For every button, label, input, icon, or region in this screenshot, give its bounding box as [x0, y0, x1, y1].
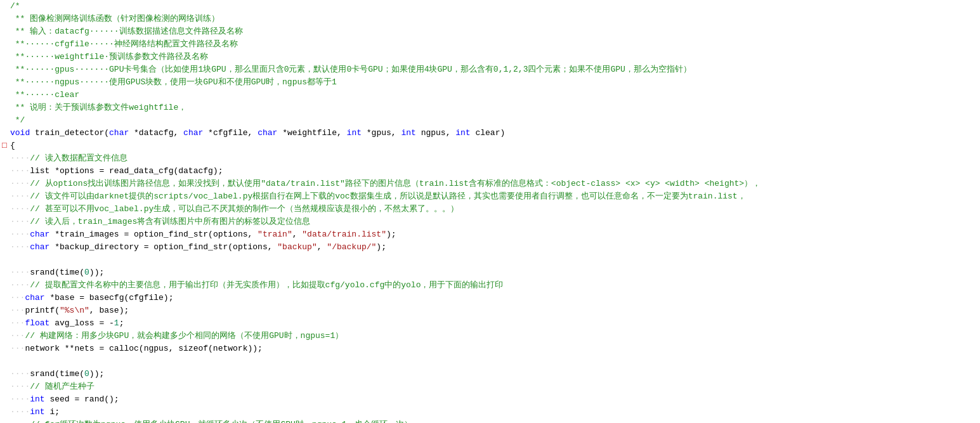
line-content: ····char *train_images = option_find_str… — [9, 228, 980, 241]
line-marker-breakpoint: □ — [0, 140, 9, 152]
code-editor: /* ** 图像检测网络训练函数（针对图像检测的网络训练） ** 输入：data… — [0, 0, 980, 423]
line-content: ···network **nets = calloc(ngpus, sizeof… — [9, 342, 980, 355]
line-content: void train_detector(char *datacfg, char … — [9, 127, 980, 140]
code-line: ····int i; — [0, 406, 980, 419]
code-line: ····// 随机产生种子 — [0, 381, 980, 393]
line-content: ····// 从options找出训练图片路径信息，如果没找到，默认使用"dat… — [9, 178, 980, 190]
line-content: ** 说明：关于预训练参数文件weightfile， — [9, 101, 980, 114]
line-content: **······ngpus······使用GPUS块数，使用一块GPU和不使用G… — [9, 76, 980, 89]
code-line: ····int seed = rand(); — [0, 393, 980, 406]
code-line: ····// 甚至可以不用voc_label.py生成，可以自己不厌其烦的制作一… — [0, 203, 980, 216]
code-line — [0, 254, 980, 266]
code-line: **······clear — [0, 89, 980, 101]
code-line: ····// 提取配置文件名称中的主要信息，用于输出打印（并无实质作用），比如提… — [0, 279, 980, 292]
code-line: ····srand(time(0)); — [0, 368, 980, 381]
code-line: ····srand(time(0)); — [0, 266, 980, 279]
code-line: **······ngpus······使用GPUS块数，使用一块GPU和不使用G… — [0, 76, 980, 89]
line-content: ····// 读入数据配置文件信息 — [9, 152, 980, 165]
line-content: ** 输入：datacfg······训练数据描述信息文件路径及名称 — [9, 25, 980, 38]
line-content: ···// 构建网络：用多少块GPU，就会构建多少个相同的网络（不使用GPU时，… — [9, 330, 980, 342]
code-line: **······cfgfile·····神经网络结构配置文件路径及名称 — [0, 38, 980, 51]
line-content: **······weightfile·预训练参数文件路径及名称 — [9, 51, 980, 63]
line-content: ····int i; — [9, 406, 980, 419]
line-content: /* — [9, 0, 980, 13]
code-line: ····// for循环次数为ngpus，使用多少块GPU，就循环多少次（不使用… — [0, 419, 980, 423]
line-content: **······cfgfile·····神经网络结构配置文件路径及名称 — [9, 38, 980, 51]
line-content: ····// 读入后，train_images将含有训练图片中所有图片的标签以及… — [9, 216, 980, 228]
code-line: **······gpus·······GPU卡号集合（比如使用1块GPU，那么里… — [0, 63, 980, 76]
line-content: **······gpus·······GPU卡号集合（比如使用1块GPU，那么里… — [9, 63, 980, 76]
line-content: ····list *options = read_data_cfg(datacf… — [9, 165, 980, 178]
line-content: ···float avg_loss = -1; — [9, 317, 980, 330]
code-line: ····char *train_images = option_find_str… — [0, 228, 980, 241]
code-line: ···// 构建网络：用多少块GPU，就会构建多少个相同的网络（不使用GPU时，… — [0, 330, 980, 342]
line-content: ····// for循环次数为ngpus，使用多少块GPU，就循环多少次（不使用… — [9, 419, 980, 423]
code-line: **······weightfile·预训练参数文件路径及名称 — [0, 51, 980, 63]
code-line: □ { — [0, 140, 980, 152]
line-content: ····// 随机产生种子 — [9, 381, 980, 393]
code-line: ····char *backup_directory = option_find… — [0, 241, 980, 254]
line-content: { — [9, 140, 980, 152]
code-line — [0, 355, 980, 368]
code-line: ** 图像检测网络训练函数（针对图像检测的网络训练） — [0, 13, 980, 25]
code-line: /* — [0, 0, 980, 13]
line-content: ** 图像检测网络训练函数（针对图像检测的网络训练） — [9, 13, 980, 25]
code-line: ····list *options = read_data_cfg(datacf… — [0, 165, 980, 178]
line-content: ···printf("%s\n", base); — [9, 304, 980, 317]
line-content — [9, 355, 980, 368]
code-line: ····// 从options找出训练图片路径信息，如果没找到，默认使用"dat… — [0, 178, 980, 190]
code-line: ···char *base = basecfg(cfgfile); — [0, 292, 980, 304]
line-content: ····srand(time(0)); — [9, 368, 980, 381]
line-content — [9, 254, 980, 266]
line-content: ···char *base = basecfg(cfgfile); — [9, 292, 980, 304]
code-line: ** 说明：关于预训练参数文件weightfile， — [0, 101, 980, 114]
code-line: ····// 该文件可以由darknet提供的scripts/voc_label… — [0, 190, 980, 203]
line-content: **······clear — [9, 89, 980, 101]
code-line: ···network **nets = calloc(ngpus, sizeof… — [0, 342, 980, 355]
line-content: */ — [9, 114, 980, 127]
line-content: ····int seed = rand(); — [9, 393, 980, 406]
code-line: */ — [0, 114, 980, 127]
line-content: ····char *backup_directory = option_find… — [9, 241, 980, 254]
code-line: void train_detector(char *datacfg, char … — [0, 127, 980, 140]
code-line: ** 输入：datacfg······训练数据描述信息文件路径及名称 — [0, 25, 980, 38]
line-content: ····srand(time(0)); — [9, 266, 980, 279]
code-line: ····// 读入后，train_images将含有训练图片中所有图片的标签以及… — [0, 216, 980, 228]
line-content: ····// 提取配置文件名称中的主要信息，用于输出打印（并无实质作用），比如提… — [9, 279, 980, 292]
code-line: ····// 读入数据配置文件信息 — [0, 152, 980, 165]
line-content: ····// 甚至可以不用voc_label.py生成，可以自己不厌其烦的制作一… — [9, 203, 980, 216]
line-content: ····// 该文件可以由darknet提供的scripts/voc_label… — [9, 190, 980, 203]
code-line: ···float avg_loss = -1; — [0, 317, 980, 330]
code-line: ···printf("%s\n", base); — [0, 304, 980, 317]
